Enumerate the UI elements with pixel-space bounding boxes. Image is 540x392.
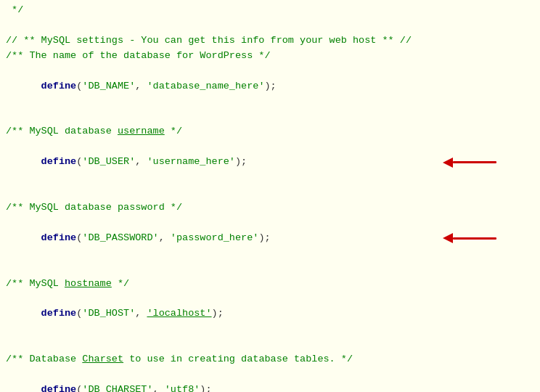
code-line-blank-1: [0, 18, 540, 33]
comment-hostname-word: hostname: [65, 278, 112, 289]
code-line-mysql-settings: // ** MySQL settings - You can get this …: [0, 33, 540, 49]
punc-dbname-3: );: [264, 81, 276, 91]
comment-password: /** MySQL database password */: [6, 202, 182, 213]
string-db-host-key: 'DB_HOST': [82, 308, 135, 319]
code-line-db-name-comment: /** The name of the database for WordPre…: [0, 49, 540, 64]
comment-db-name: /** The name of the database for WordPre…: [6, 50, 271, 61]
code-line-db-name: define('DB_NAME', 'database_name_here');: [0, 64, 540, 110]
arrow-head-password-icon: [443, 233, 453, 243]
arrow-db-password: [443, 233, 496, 243]
comment-username-pre: /** MySQL database: [6, 126, 118, 136]
punc-charset-3: );: [200, 384, 211, 392]
string-db-charset-key: 'DB_CHARSET': [82, 384, 152, 392]
punc-dbpass-2: ,: [159, 232, 171, 243]
code-line-hostname-comment: /** MySQL hostname */: [0, 277, 540, 292]
arrow-line-shape: [453, 161, 496, 163]
keyword-define-dbhost: define: [41, 308, 77, 319]
punc-dbuser-2: ,: [135, 156, 147, 167]
punc-charset-2: ,: [153, 384, 165, 392]
code-block: */ // ** MySQL settings - You can get th…: [0, 0, 540, 392]
code-line-blank-3: [0, 185, 540, 200]
code-line-username-comment: /** MySQL database username */: [0, 124, 540, 139]
punc-dbhost-3: );: [212, 308, 224, 319]
code-line-blank-2: [0, 109, 540, 124]
arrow-line-password-shape: [453, 237, 496, 240]
keyword-define-dbuser: define: [41, 156, 77, 167]
comment-charset-word: Charset: [82, 354, 123, 364]
comment-username-post: */: [165, 126, 182, 136]
string-db-pass-val: 'password_here': [171, 232, 259, 243]
code-line-db-password: define('DB_PASSWORD', 'password_here');: [0, 216, 540, 261]
comment-charset-post: to use in creating database tables. */: [123, 354, 353, 364]
code-line-db-host: define('DB_HOST', 'localhost');: [0, 292, 540, 338]
punc-dbpass-3: );: [258, 232, 270, 243]
punc-dbuser-3: );: [235, 156, 247, 167]
code-line-db-user: define('DB_USER', 'username_here');: [0, 139, 540, 185]
comment-hostname-pre: /** MySQL: [6, 278, 65, 289]
keyword-define-dbpass: define: [41, 232, 77, 243]
string-db-pass-key: 'DB_PASSWORD': [82, 232, 158, 243]
string-db-name-key: 'DB_NAME': [82, 81, 135, 91]
string-db-host-val: 'localhost': [147, 308, 211, 319]
comment-text: */: [6, 4, 23, 15]
code-line-charset-comment: /** Database Charset to use in creating …: [0, 352, 540, 367]
comment-mysql-settings: // ** MySQL settings - You can get this …: [6, 35, 412, 46]
code-line-password-comment: /** MySQL database password */: [0, 200, 540, 216]
comment-username-word: username: [118, 126, 165, 136]
code-line-blank-5: [0, 337, 540, 352]
string-db-user-key: 'DB_USER': [82, 156, 135, 167]
code-line-1: */: [0, 3, 540, 18]
string-db-name-val: 'database_name_here': [147, 81, 264, 91]
arrow-head-icon: [443, 158, 453, 168]
code-line-db-charset: define('DB_CHARSET', 'utf8');: [0, 367, 540, 392]
keyword-define-dbname: define: [41, 81, 77, 91]
punc-dbname-2: ,: [135, 81, 147, 91]
comment-charset-pre: /** Database: [6, 354, 82, 364]
code-line-blank-4: [0, 261, 540, 277]
string-db-user-val: 'username_here': [147, 156, 235, 167]
string-db-charset-val: 'utf8': [165, 384, 200, 392]
comment-hostname-post: */: [112, 278, 129, 289]
keyword-define-charset: define: [41, 384, 77, 392]
arrow-db-user: [443, 158, 496, 168]
punc-dbhost-2: ,: [135, 308, 147, 319]
